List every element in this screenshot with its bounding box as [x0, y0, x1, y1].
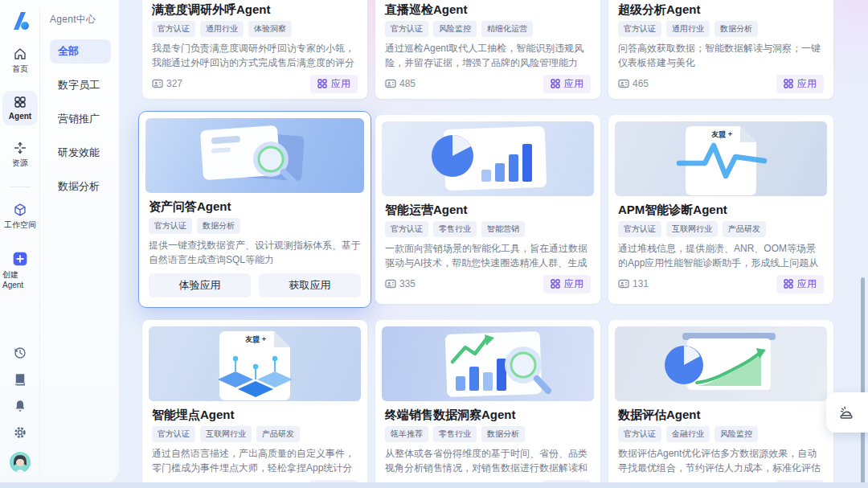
agent-card[interactable]: 超级分析Agent官方认证通用行业数据分析问答高效获取数据；智能数据解读与洞察；… — [608, 0, 833, 99]
sidebar-title: Agent中心 — [50, 13, 113, 27]
card-tags: 官方认证零售行业智能营销 — [385, 221, 591, 237]
card-description: 问答高效获取数据；智能数据解读与洞察；一键仪表板搭建与美化 — [618, 42, 824, 70]
card-tags: 官方认证通用行业数据分析 — [618, 21, 824, 37]
card-grid: 满意度调研外呼Agent官方认证通用行业体验洞察我是专门负责满意度调研外呼回访专… — [142, 0, 833, 488]
card-tags: 官方认证风险监控精细化运营 — [385, 21, 591, 37]
sidebar-item-all[interactable]: 全部 — [50, 39, 111, 64]
home-icon — [13, 47, 27, 61]
card-tag: 通用行业 — [666, 21, 710, 37]
apply-button[interactable]: 应用 — [543, 275, 591, 293]
card-tag: 官方认证 — [152, 426, 195, 442]
card-tag: 官方认证 — [385, 221, 428, 237]
agent-grid-icon — [13, 95, 27, 109]
umeng-logo: 友盟 + — [711, 129, 732, 140]
card-tag: 数据分析 — [714, 21, 758, 37]
get-app-button[interactable]: 获取应用 — [259, 273, 361, 297]
agent-card[interactable]: 数据评估Agent官方认证金融行业风险监控数据评估Agent优化评估多方数据源效… — [608, 320, 833, 488]
usage-count-icon — [618, 79, 629, 89]
nav-item-home[interactable]: 首页 — [2, 43, 38, 80]
card-tag: 官方认证 — [618, 426, 661, 442]
app-grid-icon — [784, 79, 793, 88]
settings-gear-icon[interactable] — [13, 425, 27, 440]
apply-button[interactable]: 应用 — [310, 75, 358, 93]
nav-label: 工作空间 — [4, 219, 36, 231]
card-title: 直播巡检Agent — [385, 2, 591, 17]
card-illustration — [615, 326, 827, 401]
card-footer: 485应用 — [385, 75, 591, 92]
bell-icon[interactable] — [13, 399, 27, 413]
agent-card[interactable]: 智能运营Agent官方认证零售行业智能营销一款面向营销场景的智能化工具，旨在通过… — [375, 115, 600, 304]
sidebar-item-marketing[interactable]: 营销推广 — [50, 107, 111, 131]
card-body: 直播巡检Agent官方认证风险监控精细化运营通过巡检Agent取代人工抽检，智能… — [375, 2, 600, 99]
usage-count-icon — [385, 279, 396, 289]
card-body: 数据评估Agent官方认证金融行业风险监控数据评估Agent优化评估多方数据源效… — [608, 408, 833, 488]
card-description: 一款面向营销场景的智能化工具，旨在通过数据驱动与AI技术，帮助您快速圈选精准人群… — [385, 242, 591, 270]
sidebar-item-rd-efficiency[interactable]: 研发效能 — [50, 141, 111, 165]
apply-button[interactable]: 应用 — [776, 75, 824, 93]
card-illustration — [145, 118, 364, 193]
scrollbar-thumb[interactable] — [861, 277, 865, 485]
agent-card[interactable]: 满意度调研外呼Agent官方认证通用行业体验洞察我是专门负责满意度调研外呼回访专… — [142, 0, 367, 99]
book-icon[interactable] — [13, 372, 27, 387]
nav-item-workspace[interactable]: 工作空间 — [2, 199, 38, 236]
agent-card[interactable]: 友盟 +APM智能诊断Agent官方认证互联网行业产品研发通过堆栈信息，提供崩溃… — [608, 115, 833, 304]
nav-bottom-group — [10, 346, 31, 482]
card-footer: 131应用 — [618, 275, 824, 293]
agent-card[interactable]: 友盟 +智能埋点Agent官方认证互联网行业产品研发通过自然语言描述，产出高质量… — [142, 320, 367, 488]
card-tag: 零售行业 — [433, 426, 477, 442]
usage-count-icon — [152, 79, 163, 89]
agent-card[interactable]: 资产问答Agent官方认证数据分析提供一键查找数据资产、设计观测指标体系、基于自… — [138, 111, 371, 308]
usage-count-icon — [385, 79, 396, 89]
card-tag: 官方认证 — [152, 21, 195, 37]
usage-count-icon — [618, 279, 629, 289]
card-illustration: 友盟 + — [149, 326, 361, 401]
nav-item-create-agent[interactable]: 创建Agent — [2, 247, 38, 294]
workspace-cube-icon — [13, 203, 27, 217]
left-panel: 首页 Agent 资源 — [0, 0, 119, 482]
card-body: 终端销售数据洞察Agent瓴羊推荐零售行业数据分析从整体或各省份得维度的基于时间… — [375, 408, 600, 488]
apply-button[interactable]: 应用 — [543, 75, 591, 93]
umeng-logo: 友盟 + — [245, 334, 266, 345]
service-bell-icon — [837, 404, 855, 421]
card-title: 超级分析Agent — [618, 2, 824, 17]
umeng-lightning-icon — [711, 129, 732, 140]
card-body: 满意度调研外呼Agent官方认证通用行业体验洞察我是专门负责满意度调研外呼回访专… — [142, 2, 367, 99]
agent-card[interactable]: 终端销售数据洞察Agent瓴羊推荐零售行业数据分析从整体或各省份得维度的基于时间… — [375, 320, 600, 488]
card-title: 资产问答Agent — [149, 199, 361, 214]
sidebar-item-data-analysis[interactable]: 数据分析 — [50, 174, 111, 199]
nav-section-divider — [10, 187, 31, 187]
card-description: 提供一键查找数据资产、设计观测指标体系、基于自然语言生成查询SQL等能力 — [149, 239, 361, 267]
card-tag: 体验洞察 — [248, 21, 292, 37]
apply-button[interactable]: 应用 — [776, 275, 824, 293]
history-icon[interactable] — [13, 346, 27, 360]
card-title: 满意度调研外呼Agent — [152, 2, 358, 17]
card-body: 智能埋点Agent官方认证互联网行业产品研发通过自然语言描述，产出高质量的自定义… — [142, 408, 367, 488]
usage-count: 327 — [152, 78, 182, 89]
avatar-face — [10, 452, 31, 473]
umeng-lightning-icon — [245, 334, 266, 345]
card-body: APM智能诊断Agent官方认证互联网行业产品研发通过堆栈信息，提供崩溃、ANR… — [608, 203, 833, 299]
card-actions: 体验应用获取应用 — [149, 273, 361, 297]
nav-item-agent[interactable]: Agent — [2, 91, 38, 125]
card-tag: 互联网行业 — [200, 426, 252, 442]
feedback-float-button[interactable] — [826, 392, 868, 433]
card-tag: 互联网行业 — [666, 221, 718, 237]
card-description: 我是专门负责满意度调研外呼回访专家的小瓴，我能通过外呼回访的方式完成售后满意度的… — [152, 42, 358, 70]
card-tags: 官方认证互联网行业产品研发 — [618, 221, 824, 237]
user-avatar[interactable] — [10, 452, 31, 473]
usage-count: 131 — [618, 278, 649, 289]
nav-item-resources[interactable]: 资源 — [2, 137, 38, 174]
resources-icon — [13, 141, 27, 155]
card-title: APM智能诊断Agent — [618, 203, 824, 217]
experience-app-button[interactable]: 体验应用 — [149, 273, 251, 297]
agent-card[interactable]: 直播巡检Agent官方认证风险监控精细化运营通过巡检Agent取代人工抽检，智能… — [375, 0, 600, 99]
app-grid-icon — [784, 279, 793, 289]
sidebar-item-digital-staff[interactable]: 数字员工 — [50, 73, 111, 97]
card-body: 资产问答Agent官方认证数据分析提供一键查找数据资产、设计观测指标体系、基于自… — [139, 199, 371, 307]
card-illustration — [382, 326, 594, 401]
card-title: 智能运营Agent — [385, 203, 591, 217]
card-tags: 官方认证数据分析 — [149, 218, 361, 234]
card-tag: 金融行业 — [666, 426, 710, 442]
card-illustration: 友盟 + — [615, 121, 827, 196]
card-tags: 官方认证互联网行业产品研发 — [152, 426, 358, 442]
